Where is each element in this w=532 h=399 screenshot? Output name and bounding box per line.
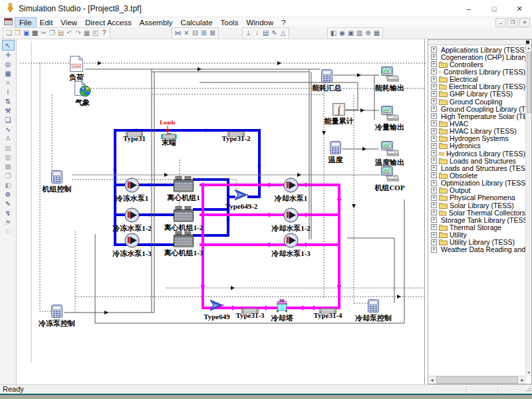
flag-outline-tool[interactable]: ⚐ xyxy=(3,227,14,236)
expand-icon[interactable]: + xyxy=(431,143,437,149)
component-weather-file[interactable] xyxy=(74,81,91,97)
mdi-restore-button[interactable]: ❐ xyxy=(507,18,518,27)
redo-icon[interactable]: ↷ xyxy=(74,29,82,38)
mdi-close-button[interactable]: ✕ xyxy=(519,18,530,27)
pen-tool[interactable]: ✎ xyxy=(3,199,14,208)
component-unit-control-calc[interactable] xyxy=(51,170,63,184)
tree-item-electrical-library-tess-[interactable]: +Electrical Library (TESS) xyxy=(429,83,525,90)
expand-icon[interactable]: + xyxy=(431,61,437,67)
tree-item-thermal-storage[interactable]: +Thermal Storage xyxy=(429,223,525,231)
tree-item-hydronics-library-tess-[interactable]: +Hydronics Library (TESS) xyxy=(429,150,525,157)
scroll-left-icon[interactable]: ◂ xyxy=(428,376,436,384)
expand-icon[interactable]: + xyxy=(431,113,437,119)
draw-icon[interactable]: ✎ xyxy=(270,29,279,38)
pane-left-icon[interactable]: ◧ xyxy=(329,29,338,38)
link-tool[interactable]: ⇅ xyxy=(3,96,14,106)
tree-item-optimization-library-tess-[interactable]: +Optimization Library (TESS) xyxy=(429,180,525,187)
component-pipe-type31-3[interactable] xyxy=(241,305,259,311)
component-pipe-type31-2[interactable] xyxy=(227,128,245,134)
maximize-button[interactable]: □ xyxy=(481,0,507,17)
expand-icon[interactable]: + xyxy=(431,68,437,74)
panel-splitter[interactable] xyxy=(428,40,531,45)
tree-item-electrical[interactable]: +Electrical xyxy=(429,76,525,83)
layout-tool[interactable]: ▤ xyxy=(3,143,14,152)
component-chw-pump-control-calc[interactable] xyxy=(51,305,63,318)
unlink-icon[interactable]: ✕ xyxy=(182,29,191,38)
component-temperature-calc[interactable] xyxy=(330,141,341,154)
tree-item-storage-tank-library-tess-[interactable]: +Storage Tank Library (TESS) xyxy=(429,216,525,223)
tree-item-hvac-library-tess-[interactable]: +HVAC Library (TESS) xyxy=(429,128,525,135)
expand-icon[interactable]: + xyxy=(431,224,437,230)
menu-edit[interactable]: Edit xyxy=(36,18,57,27)
expand-icon[interactable]: + xyxy=(431,247,437,253)
expand-icon[interactable]: + xyxy=(431,91,437,97)
tree-item-utility-library-tess-[interactable]: +Utility Library (TESS) xyxy=(429,239,525,246)
pan-tool[interactable]: ✛ xyxy=(3,50,14,59)
tree-item-physical-phenomena[interactable]: +Physical Phenomena xyxy=(429,194,525,201)
open-icon[interactable]: ❒ xyxy=(13,29,22,38)
split-tool[interactable]: ◧ xyxy=(3,180,14,190)
menu--[interactable]: ? xyxy=(277,18,289,27)
expand-icon[interactable]: + xyxy=(431,120,437,126)
component-chiller-1-3[interactable] xyxy=(174,231,194,247)
tree-item-output[interactable]: +Output xyxy=(429,187,525,194)
layers-tool[interactable]: ▩ xyxy=(3,162,14,171)
component-tee-type649[interactable] xyxy=(209,299,224,312)
mdi-minimize-button[interactable]: – xyxy=(495,18,506,27)
tree-item-weather-data-reading-and-process[interactable]: +Weather Data Reading and Process xyxy=(429,246,525,253)
zoom-tool[interactable]: ◎ xyxy=(3,59,14,68)
expand-icon[interactable]: + xyxy=(431,47,437,53)
component-chw-pump-1-2[interactable] xyxy=(124,207,140,223)
expand-icon[interactable]: + xyxy=(431,172,437,178)
run-tool[interactable]: ↯ xyxy=(3,208,14,217)
horizontal-scrollbar[interactable]: ◂ ▸ xyxy=(428,376,526,384)
expand-icon[interactable]: + xyxy=(431,239,437,245)
delete-tool[interactable]: ✕ xyxy=(3,78,14,87)
landscape-icon[interactable]: △ xyxy=(279,29,287,38)
minimize-button[interactable]: – xyxy=(456,0,481,17)
join-icon[interactable]: ⋈ xyxy=(174,29,182,38)
menu-assembly[interactable]: Assembly xyxy=(136,18,177,27)
tree-item-hydronics[interactable]: +Hydronics xyxy=(429,142,525,150)
expand-icon[interactable]: + xyxy=(431,158,437,164)
expand-icon[interactable]: + xyxy=(431,128,437,134)
expand-icon[interactable]: + xyxy=(431,195,437,201)
component-unit-cop-plotter[interactable] xyxy=(380,166,399,182)
flag-tool[interactable]: ⚑ xyxy=(3,217,14,227)
save-all-icon[interactable]: ▩ xyxy=(31,29,39,38)
tree-item-ground-coupling-library-tess-[interactable]: +Ground Coupling Library (TESS) xyxy=(429,105,525,112)
component-cooling-tower[interactable] xyxy=(275,299,289,313)
tree-item-controllers-library-tess-[interactable]: +Controllers Library (TESS) xyxy=(429,68,525,75)
expand-icon[interactable]: + xyxy=(431,106,437,112)
component-pipe-type31[interactable] xyxy=(126,128,143,134)
paste-icon[interactable]: ▤ xyxy=(57,29,65,38)
grid-box-icon[interactable]: ⊠ xyxy=(208,29,217,38)
select-tool[interactable]: ↖ xyxy=(3,41,14,50)
close-button[interactable]: ✕ xyxy=(507,0,532,17)
tree-item-ground-coupling[interactable]: +Ground Coupling xyxy=(429,98,525,105)
component-temperature-output-plotter[interactable] xyxy=(380,141,399,157)
vertical-scrollbar[interactable]: ▴ ▾ xyxy=(525,45,531,376)
menu-view[interactable]: View xyxy=(57,18,81,27)
component-chw-pump-1[interactable] xyxy=(124,178,140,193)
tree-item-obsolete[interactable]: +Obsolete xyxy=(429,172,525,179)
tree-item-hydrogen-systems[interactable]: +Hydrogen Systems xyxy=(429,135,525,142)
component-chw-pump-1-3[interactable] xyxy=(124,233,140,248)
tree-item-ghp-library-tess-[interactable]: +GHP Library (TESS) xyxy=(429,90,525,98)
menu-calculate[interactable]: Calculate xyxy=(177,18,217,27)
expand-icon[interactable]: + xyxy=(431,84,437,90)
undo-icon[interactable]: ↶ xyxy=(65,29,74,38)
rows-icon[interactable]: ▥ xyxy=(355,29,364,38)
save-icon[interactable]: ▣ xyxy=(22,29,31,38)
tree-item-utility[interactable]: +Utility xyxy=(429,231,525,239)
resize-grip[interactable] xyxy=(525,385,531,393)
scrollbar-thumb[interactable] xyxy=(436,376,518,384)
tree-item-controllers[interactable]: +Controllers xyxy=(429,61,525,68)
component-energy-integral[interactable] xyxy=(332,103,345,116)
component-energy-summary-calc[interactable] xyxy=(321,69,332,82)
component-pipe-type31-4[interactable] xyxy=(319,305,336,311)
window-icon[interactable]: ▤ xyxy=(261,29,270,38)
component-energy-output-plotter[interactable] xyxy=(380,66,399,82)
copy-icon[interactable]: ❐ xyxy=(48,29,57,38)
stamp-tool[interactable]: ❏ xyxy=(3,115,14,124)
